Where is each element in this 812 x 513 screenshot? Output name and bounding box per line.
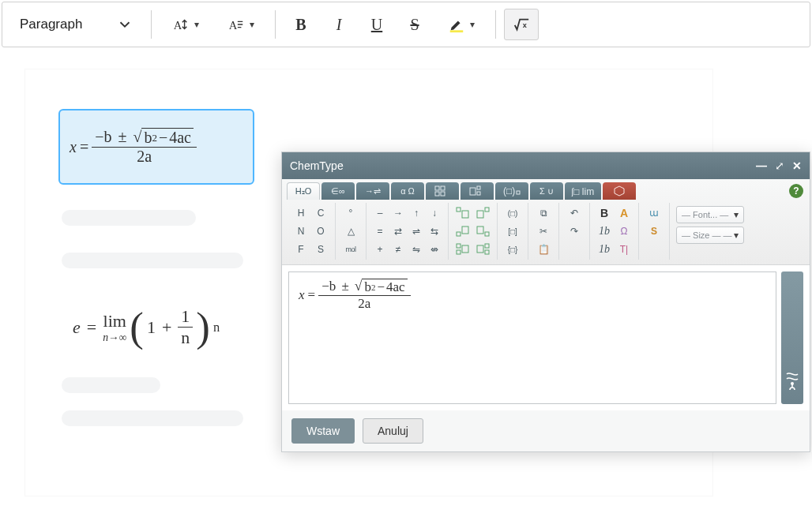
font-size-button[interactable]: A ▾ xyxy=(160,9,212,40)
font-style-button[interactable]: A ▾ xyxy=(215,9,267,40)
limit-equation-block[interactable]: e = lim n→∞ ( 1 + 1 n ) n xyxy=(73,306,220,348)
chemtype-title-label: ChemType xyxy=(290,159,344,172)
tool-group-extra: ɯ S xyxy=(639,203,670,260)
round-bracket-button[interactable]: (□) xyxy=(502,204,523,222)
handwriting-icon xyxy=(784,371,800,393)
strikethrough-icon: S xyxy=(410,16,419,34)
tool-group-elements: H N F C O S xyxy=(287,203,336,260)
degree-button[interactable]: ° xyxy=(340,204,361,222)
svg-rect-16 xyxy=(457,232,461,236)
tab-scripts[interactable] xyxy=(461,182,494,200)
font-select[interactable]: — Font... —▾ xyxy=(676,206,744,223)
delta-button[interactable]: △ xyxy=(340,223,361,240)
up-arrow-button[interactable]: ↑ xyxy=(408,204,425,222)
plus-button[interactable]: + xyxy=(371,241,389,258)
tool-group-arrows: – = + → ⇄ ≠ ↑ ⇌ ⇋ ↓ ⇆ ⇎ xyxy=(367,203,449,260)
paste-button[interactable]: 📋 xyxy=(533,241,554,258)
italic-tool-button[interactable]: 1b xyxy=(595,223,614,240)
element-F-button[interactable]: F xyxy=(291,241,310,258)
both-left-button[interactable] xyxy=(453,241,472,258)
cancel-button[interactable]: Anuluj xyxy=(363,418,423,444)
element-H-button[interactable]: H xyxy=(291,204,310,222)
super-right-button[interactable] xyxy=(473,204,492,222)
nrlharp-button[interactable]: ⇋ xyxy=(408,241,425,258)
close-icon[interactable]: ✕ xyxy=(792,159,802,172)
italic2-tool-button[interactable]: 1b xyxy=(595,241,614,258)
insert-button[interactable]: Wstaw xyxy=(291,418,355,444)
equilibrium-button[interactable]: ⇌ xyxy=(408,223,425,240)
strikethrough-button[interactable]: S xyxy=(397,9,432,40)
undo-button[interactable]: ↶ xyxy=(564,204,585,222)
chemtype-handwriting-panel[interactable] xyxy=(781,271,803,404)
canvas-formula: x = −b ± √ b2 − 4ac xyxy=(299,279,766,312)
chevron-down-icon: ▾ xyxy=(194,19,199,30)
tab-calculus[interactable]: ∫□ lim xyxy=(565,182,601,200)
script-tool-button[interactable]: ɯ xyxy=(644,204,664,222)
bold-button[interactable]: B xyxy=(284,9,318,40)
svg-rect-23 xyxy=(477,227,483,234)
right-arrow-button[interactable]: → xyxy=(389,204,407,222)
color-tool-button[interactable]: A xyxy=(615,204,633,222)
equals-button[interactable]: = xyxy=(371,223,389,240)
svg-rect-14 xyxy=(457,208,461,212)
chevron-down-icon: ▾ xyxy=(470,19,475,30)
highlight-icon xyxy=(448,16,465,33)
tab-h2o[interactable]: H₂O xyxy=(287,182,320,200)
underline-button[interactable]: U xyxy=(359,9,394,40)
text-placeholder xyxy=(62,410,243,426)
tab-bigops[interactable]: Σ ∪ xyxy=(530,182,563,200)
math-formula-button[interactable]: x xyxy=(504,9,539,40)
mol-button[interactable]: mol xyxy=(340,241,361,258)
paragraph-style-select[interactable]: Paragraph xyxy=(10,9,143,40)
bold-tool-button[interactable]: B xyxy=(595,204,614,222)
tab-matrix[interactable] xyxy=(426,182,459,200)
cut-button[interactable]: ✂ xyxy=(533,223,554,240)
element-C-button[interactable]: C xyxy=(311,204,330,222)
chemtype-tool-grid: H N F C O S ° △ mol – = + → ⇄ ≠ ↑ ⇌ xyxy=(287,203,805,260)
nswap-button[interactable]: ⇎ xyxy=(426,241,443,258)
help-icon[interactable]: ? xyxy=(789,184,803,198)
text-tool-button[interactable]: T| xyxy=(615,241,633,258)
tab-fences[interactable]: (□) xyxy=(495,182,528,200)
element-S-button[interactable]: S xyxy=(311,241,330,258)
lrarr-button[interactable]: ⇄ xyxy=(389,223,407,240)
s-tool-button[interactable]: S xyxy=(644,223,664,240)
swap-button[interactable]: ⇆ xyxy=(426,223,443,240)
tab-greek[interactable]: α Ω xyxy=(391,182,424,200)
sub-left-button[interactable] xyxy=(453,223,472,240)
svg-rect-26 xyxy=(485,244,489,248)
tab-arrows[interactable]: →⇌ xyxy=(356,182,389,200)
element-O-button[interactable]: O xyxy=(311,223,330,240)
font-size-icon: A xyxy=(172,16,190,33)
dash-button[interactable]: – xyxy=(371,204,389,222)
minimize-icon[interactable]: — xyxy=(756,159,767,172)
selected-equation-block[interactable]: x = −b ± √ b2 − 4ac 2a xyxy=(58,109,254,185)
sub-right-button[interactable] xyxy=(473,223,492,240)
svg-rect-18 xyxy=(457,244,461,248)
super-left-button[interactable] xyxy=(453,204,472,222)
fences-icon: (□) xyxy=(503,185,521,197)
svg-text:x: x xyxy=(523,21,528,29)
maximize-icon[interactable]: ⤢ xyxy=(775,159,784,172)
copy-button[interactable]: ⧉ xyxy=(533,204,554,222)
down-arrow-button[interactable]: ↓ xyxy=(426,204,443,222)
chemtype-titlebar[interactable]: ChemType — ⤢ ✕ xyxy=(282,152,810,179)
omega-tool-button[interactable]: Ω xyxy=(615,223,633,240)
tool-group-format: B 1b 1b A Ω T| xyxy=(590,203,639,260)
not-equal-button[interactable]: ≠ xyxy=(389,241,407,258)
element-N-button[interactable]: N xyxy=(291,223,310,240)
tab-symbols[interactable]: ∈∞ xyxy=(321,182,355,200)
chemtype-canvas[interactable]: x = −b ± √ b2 − 4ac xyxy=(288,271,776,404)
highlight-button[interactable]: ▾ xyxy=(435,9,487,40)
toolbar-separator xyxy=(151,10,152,39)
tab-chemistry[interactable] xyxy=(603,182,636,200)
tool-group-font: — Font... —▾ — Size — —▾ xyxy=(670,203,750,260)
size-select[interactable]: — Size — —▾ xyxy=(676,227,744,244)
both-right-button[interactable] xyxy=(473,241,492,258)
square-bracket-button[interactable]: [□] xyxy=(502,223,523,240)
tool-group-brackets: (□) [□] {□} xyxy=(498,203,528,260)
italic-button[interactable]: I xyxy=(321,9,356,40)
svg-rect-21 xyxy=(477,211,483,218)
redo-button[interactable]: ↷ xyxy=(564,223,585,240)
curly-bracket-button[interactable]: {□} xyxy=(502,241,523,258)
